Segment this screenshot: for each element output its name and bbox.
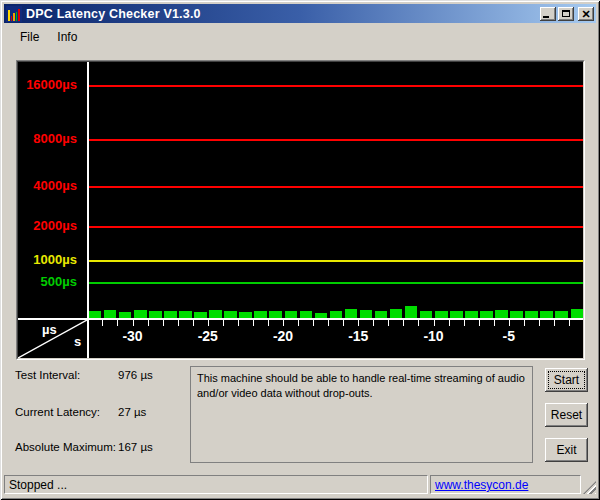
- latency-bar: [450, 311, 463, 318]
- latency-bar: [571, 309, 584, 318]
- gridline-4000: [89, 186, 583, 188]
- exit-button[interactable]: Exit: [545, 438, 588, 462]
- x-axis-tick: [479, 320, 480, 326]
- y-axis-label: 500µs: [18, 274, 80, 290]
- latency-bar: [134, 310, 147, 318]
- latency-bar: [149, 311, 162, 318]
- x-axis-tick: [298, 320, 299, 326]
- window-title: DPC Latency Checker V1.3.0: [26, 7, 540, 21]
- x-axis-tick: [102, 320, 103, 326]
- minimize-icon: [543, 16, 549, 18]
- maximize-icon: [562, 10, 570, 17]
- latency-bar: [179, 311, 192, 318]
- x-axis-tick: [403, 320, 404, 326]
- y-axis-label: 1000µs: [18, 252, 80, 268]
- y-axis-label: 4000µs: [18, 178, 80, 194]
- close-icon: ✕: [581, 9, 590, 19]
- latency-bar: [525, 311, 538, 318]
- gridline-16000: [89, 85, 583, 87]
- latency-bar: [300, 311, 313, 318]
- latency-bar: [345, 309, 358, 318]
- absolute-maximum-label: Absolute Maximum:: [15, 441, 116, 453]
- latency-bar: [555, 311, 568, 318]
- current-latency-label: Current Latency:: [15, 406, 100, 418]
- y-axis-unit-label: µs: [42, 322, 57, 337]
- title-bar[interactable]: DPC Latency Checker V1.3.0 ✕: [4, 4, 596, 23]
- status-link-field: www.thesycon.de: [430, 475, 581, 494]
- test-interval-label: Test Interval:: [15, 369, 80, 381]
- x-axis-tick: [554, 320, 555, 326]
- latency-chart-frame: µs s 16000µs8000µs4000µs2000µs1000µs500µ…: [16, 60, 585, 360]
- close-button[interactable]: ✕: [578, 7, 594, 21]
- x-axis-tick: [313, 320, 314, 326]
- latency-bar: [480, 311, 493, 318]
- latency-bar: [360, 310, 373, 318]
- latency-bar: [375, 311, 388, 318]
- test-interval-value: 976 µs: [118, 369, 153, 381]
- y-axis-label: 2000µs: [18, 218, 80, 234]
- menu-bar: File Info: [4, 26, 596, 47]
- maximize-button[interactable]: [558, 7, 574, 21]
- x-axis-tick: [178, 320, 179, 326]
- x-axis-tick: [434, 320, 435, 326]
- thesycon-link[interactable]: www.thesycon.de: [435, 478, 528, 492]
- minimize-button[interactable]: [540, 7, 556, 21]
- x-axis-tick: [208, 320, 209, 326]
- x-axis-tick: [388, 320, 389, 326]
- x-axis-tick: [328, 320, 329, 326]
- latency-bar: [164, 311, 177, 318]
- latency-bar: [104, 310, 117, 318]
- chart-plot: µs s 16000µs8000µs4000µs2000µs1000µs500µ…: [18, 62, 583, 358]
- x-axis-tick: [223, 320, 224, 326]
- latency-bar: [315, 313, 328, 318]
- x-axis-unit-label: s: [74, 334, 81, 349]
- latency-bar: [269, 311, 282, 318]
- x-axis-tick: [283, 320, 284, 326]
- latency-bar: [209, 310, 222, 318]
- x-axis-tick: [449, 320, 450, 326]
- x-axis-tick: [569, 320, 570, 326]
- x-axis-tick: [418, 320, 419, 326]
- app-window: DPC Latency Checker V1.3.0 ✕ File Info µ…: [0, 0, 600, 500]
- latency-bar: [224, 311, 237, 318]
- start-button[interactable]: Start: [545, 368, 588, 392]
- x-axis-label: -15: [338, 328, 378, 344]
- menu-info[interactable]: Info: [48, 28, 86, 46]
- latency-bar: [89, 311, 102, 318]
- gridline-1000: [89, 260, 583, 262]
- menu-file[interactable]: File: [11, 28, 48, 46]
- latency-bar: [405, 306, 418, 318]
- x-axis-tick: [193, 320, 194, 326]
- x-axis-tick: [509, 320, 510, 326]
- latency-bar: [194, 312, 207, 318]
- x-axis-tick: [87, 320, 88, 326]
- x-axis-tick: [163, 320, 164, 326]
- reset-button[interactable]: Reset: [545, 403, 588, 427]
- x-axis-tick: [117, 320, 118, 326]
- latency-bar: [390, 309, 403, 318]
- x-axis-tick: [253, 320, 254, 326]
- x-axis-tick: [133, 320, 134, 326]
- x-axis-tick: [494, 320, 495, 326]
- latency-bar: [330, 311, 343, 318]
- y-axis-label: 8000µs: [18, 131, 80, 147]
- x-axis-tick: [358, 320, 359, 326]
- analysis-text-box: This machine should be able to handle re…: [190, 366, 533, 463]
- latency-bar: [254, 311, 267, 318]
- gridline-500: [89, 282, 583, 284]
- y-axis-label: 16000µs: [18, 77, 80, 93]
- latency-bar: [285, 311, 298, 318]
- latency-bar: [510, 311, 523, 318]
- x-axis-label: -10: [414, 328, 454, 344]
- absolute-maximum-value: 167 µs: [118, 441, 153, 453]
- x-axis-tick: [343, 320, 344, 326]
- x-axis-label: -20: [263, 328, 303, 344]
- x-axis-tick: [373, 320, 374, 326]
- resize-grip[interactable]: [583, 481, 596, 494]
- status-message: Stopped ...: [4, 475, 428, 494]
- x-axis-label: -5: [489, 328, 529, 344]
- latency-bar: [119, 312, 132, 318]
- x-axis-tick: [524, 320, 525, 326]
- x-axis-tick: [268, 320, 269, 326]
- gridline-2000: [89, 226, 583, 228]
